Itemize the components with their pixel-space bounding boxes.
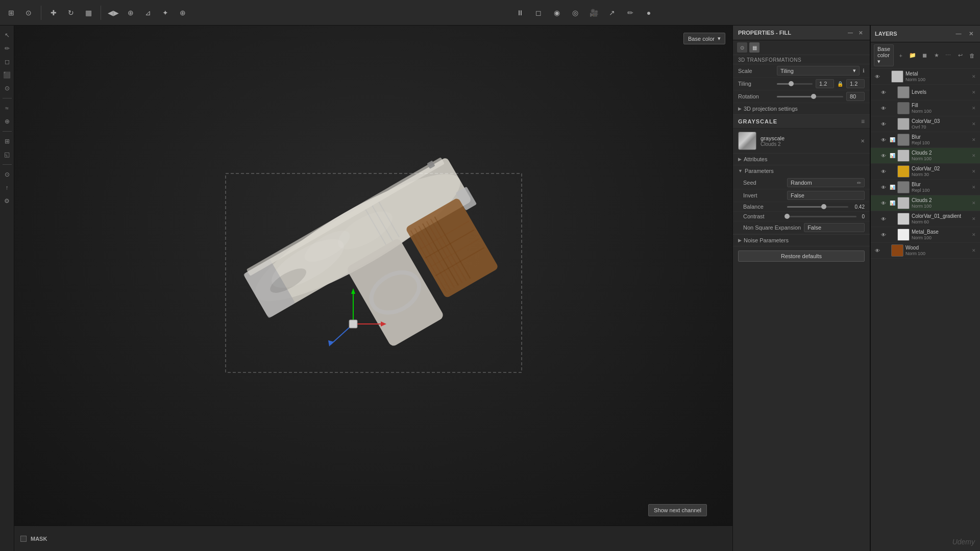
layers-header-minimize[interactable]: — [953,29,964,39]
layers-tb-add-fill[interactable]: ◼ [920,51,929,61]
tiling-lock-icon[interactable]: 🔒 [837,81,843,87]
invert-value[interactable]: False [787,191,865,200]
layer-visibility-toggle[interactable]: 👁 [874,247,881,254]
grayscale-close-icon[interactable]: ✕ [861,138,865,144]
scale-info-icon[interactable]: ℹ [863,68,865,73]
left-icon-bake[interactable]: ⊙ [2,169,13,180]
layer-item[interactable]: 👁 Fill Norm 100 ✕ [871,101,980,116]
layer-item[interactable]: 👁 ColorVar_02 Norm 30 ✕ [871,164,980,180]
layer-visibility-toggle[interactable]: 👁 [880,152,887,159]
rotation-value[interactable]: 80 [846,92,865,101]
left-icon-selection[interactable]: ◱ [2,149,13,160]
left-icon-cursor[interactable]: ↖ [2,30,13,41]
left-icon-export[interactable]: ↑ [2,182,13,193]
left-icon-smudge[interactable]: ≈ [2,103,13,114]
toolbar-center-square[interactable]: ◻ [531,6,546,20]
left-icon-settings[interactable]: ⚙ [2,195,13,207]
layers-tb-add-effect[interactable]: ★ [932,51,941,61]
toolbar-center-circle[interactable]: ◉ [550,6,564,20]
layer-visibility-toggle[interactable]: 👁 [880,105,887,112]
layer-item[interactable]: 👁 ColorVar_01_gradient Norm 60 ✕ [871,211,980,227]
left-icon-eraser[interactable]: ◻ [2,56,13,67]
tiling-thumb[interactable] [789,81,794,86]
layer-visibility-toggle[interactable]: 👁 [880,215,887,222]
layers-header-close[interactable]: ✕ [966,29,976,39]
layer-delete-button[interactable]: ✕ [971,168,977,174]
layers-tb-history[interactable]: ↩ [955,51,965,61]
layer-delete-button[interactable]: ✕ [971,184,977,190]
layer-visibility-toggle[interactable]: 👁 [880,120,887,128]
rotation-slider[interactable] [777,96,843,97]
grayscale-sort-icon[interactable]: ≡ [861,118,865,125]
mask-checkbox[interactable] [20,536,27,542]
layer-visibility-toggle[interactable]: 👁 [880,136,887,143]
left-icon-clone[interactable]: ⊕ [2,116,13,127]
left-icon-fill[interactable]: ⬛ [2,69,13,81]
balance-thumb[interactable] [821,204,826,209]
tiling-value2[interactable]: 1.2 [846,79,865,88]
attributes-header[interactable]: ▶ Attributes [733,154,870,165]
seed-edit-icon[interactable]: ✏ [857,180,861,186]
layer-item[interactable]: 👁 Levels ✕ [871,85,980,101]
layers-tb-add-layer[interactable]: + [896,51,905,61]
layer-item[interactable]: 👁 📊 Blur Repl 100 ✕ [871,132,980,148]
toolbar-icon-circle-plus[interactable]: ⊕ [176,6,190,20]
toolbar-center-pen[interactable]: ✏ [623,6,638,20]
noise-params-header[interactable]: ▶ Noise Parameters [733,235,870,246]
layer-delete-button[interactable]: ✕ [971,121,977,127]
tiling-value1[interactable]: 1.2 [816,79,834,88]
layer-item[interactable]: 👁 📊 Blur Repl 100 ✕ [871,180,980,195]
layers-tb-delete[interactable]: 🗑 [967,51,977,61]
layer-delete-button[interactable]: ✕ [971,73,977,80]
toolbar-center-pause[interactable]: ⏸ [513,6,527,20]
props-tb-icon-1[interactable]: ⊙ [737,42,747,53]
layer-visibility-toggle[interactable]: 👁 [880,231,887,238]
layer-delete-button[interactable]: ✕ [971,137,977,143]
toolbar-center-camera3d[interactable]: 🎥 [586,6,601,20]
toolbar-icon-add[interactable]: ✚ [46,6,61,20]
layers-blend-mode-select[interactable]: Base color ▾ [874,44,894,66]
layer-item[interactable]: 👁 📊 Clouds 2 Norm 100 ✕ [871,195,980,211]
scale-dropdown[interactable]: Tiling ▾ [777,66,860,76]
layer-item[interactable]: 👁 ColorVar_03 Ovrl 70 ✕ [871,116,980,132]
props-icon-close[interactable]: ✕ [856,29,865,37]
seed-value[interactable]: Random ✏ [787,178,865,187]
restore-defaults-button[interactable]: Restore defaults [738,251,865,262]
toolbar-center-camera2[interactable]: ◎ [568,6,582,20]
layer-delete-button[interactable]: ✕ [971,200,977,206]
layer-item[interactable]: 👁 Wood Norm 100 ✕ [871,243,980,259]
toolbar-center-record[interactable]: ● [642,6,656,20]
left-icon-eyedropper[interactable]: ⊙ [2,83,13,94]
layer-delete-button[interactable]: ✕ [971,105,977,111]
parameters-header[interactable]: ▼ Parameters [733,165,870,177]
layer-visibility-toggle[interactable]: 👁 [874,73,881,80]
toolbar-icon-plus-circle[interactable]: ⊕ [124,6,138,20]
toolbar-icon-star[interactable]: ✦ [158,6,173,20]
props-icon-minimize[interactable]: — [846,29,854,37]
layer-visibility-toggle[interactable]: 👁 [880,89,887,96]
toolbar-icon-refresh[interactable]: ↻ [64,6,78,20]
toolbar-icon-target[interactable]: ⊙ [21,6,36,20]
layer-item[interactable]: 👁 📊 Clouds 2 Norm 100 ✕ [871,148,980,164]
toolbar-icon-grid[interactable]: ⊞ [4,6,18,20]
base-color-dropdown[interactable]: Base color ▾ [683,33,725,44]
layers-tb-add-folder[interactable]: 📁 [908,51,917,61]
rotation-thumb[interactable] [811,94,816,99]
toolbar-icon-triangle[interactable]: ⊿ [141,6,155,20]
layer-delete-button[interactable]: ✕ [971,89,977,95]
toolbar-center-arrow[interactable]: ↗ [605,6,619,20]
toolbar-icon-grid2[interactable]: ▦ [81,6,95,20]
contrast-thumb[interactable] [785,214,790,219]
layer-item[interactable]: 👁 Metal_Base Norm 100 ✕ [871,227,980,243]
layer-delete-button[interactable]: ✕ [971,232,977,238]
layer-delete-button[interactable]: ✕ [971,153,977,159]
show-next-channel-tooltip[interactable]: Show next channel [648,504,707,516]
layer-delete-button[interactable]: ✕ [971,216,977,222]
toolbar-icon-prev-next[interactable]: ◀▶ [106,6,120,20]
layer-visibility-toggle[interactable]: 👁 [880,199,887,207]
layer-visibility-toggle[interactable]: 👁 [880,168,887,175]
layer-delete-button[interactable]: ✕ [971,247,977,254]
layer-item[interactable]: 👁 Metal Norm 100 ✕ [871,69,980,85]
non-square-value[interactable]: False [804,223,865,232]
layer-visibility-toggle[interactable]: 👁 [880,184,887,191]
